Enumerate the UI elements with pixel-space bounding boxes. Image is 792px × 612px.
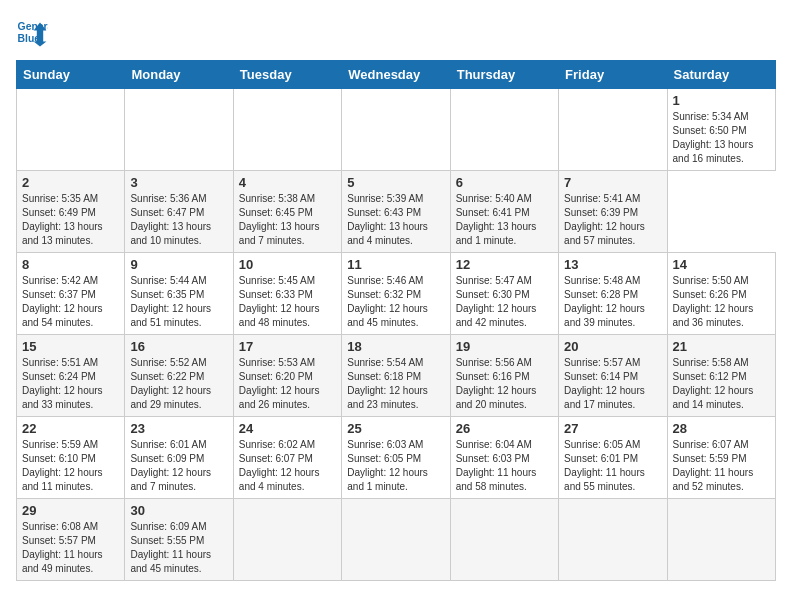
day-info: Sunrise: 5:48 AMSunset: 6:28 PMDaylight:… xyxy=(564,274,661,330)
day-number: 23 xyxy=(130,421,227,436)
calendar-cell xyxy=(233,89,341,171)
calendar-cell xyxy=(559,499,667,581)
day-info: Sunrise: 5:35 AMSunset: 6:49 PMDaylight:… xyxy=(22,192,119,248)
calendar-week: 8Sunrise: 5:42 AMSunset: 6:37 PMDaylight… xyxy=(17,253,776,335)
day-info: Sunrise: 5:47 AMSunset: 6:30 PMDaylight:… xyxy=(456,274,553,330)
day-info: Sunrise: 5:52 AMSunset: 6:22 PMDaylight:… xyxy=(130,356,227,412)
calendar-cell xyxy=(342,89,450,171)
day-number: 24 xyxy=(239,421,336,436)
day-number: 3 xyxy=(130,175,227,190)
day-of-week-header: Monday xyxy=(125,61,233,89)
calendar-cell: 22Sunrise: 5:59 AMSunset: 6:10 PMDayligh… xyxy=(17,417,125,499)
day-info: Sunrise: 5:56 AMSunset: 6:16 PMDaylight:… xyxy=(456,356,553,412)
calendar-cell: 9Sunrise: 5:44 AMSunset: 6:35 PMDaylight… xyxy=(125,253,233,335)
day-number: 16 xyxy=(130,339,227,354)
day-number: 18 xyxy=(347,339,444,354)
day-info: Sunrise: 6:03 AMSunset: 6:05 PMDaylight:… xyxy=(347,438,444,494)
day-number: 5 xyxy=(347,175,444,190)
calendar-cell: 23Sunrise: 6:01 AMSunset: 6:09 PMDayligh… xyxy=(125,417,233,499)
calendar-cell: 30Sunrise: 6:09 AMSunset: 5:55 PMDayligh… xyxy=(125,499,233,581)
day-number: 7 xyxy=(564,175,661,190)
day-of-week-header: Wednesday xyxy=(342,61,450,89)
day-number: 6 xyxy=(456,175,553,190)
calendar-week: 1Sunrise: 5:34 AMSunset: 6:50 PMDaylight… xyxy=(17,89,776,171)
header: General Blue xyxy=(16,16,776,48)
calendar-cell: 7Sunrise: 5:41 AMSunset: 6:39 PMDaylight… xyxy=(559,171,667,253)
day-number: 11 xyxy=(347,257,444,272)
calendar-cell: 8Sunrise: 5:42 AMSunset: 6:37 PMDaylight… xyxy=(17,253,125,335)
calendar-cell xyxy=(450,499,558,581)
day-info: Sunrise: 6:07 AMSunset: 5:59 PMDaylight:… xyxy=(673,438,770,494)
day-info: Sunrise: 5:36 AMSunset: 6:47 PMDaylight:… xyxy=(130,192,227,248)
calendar: SundayMondayTuesdayWednesdayThursdayFrid… xyxy=(16,60,776,581)
day-info: Sunrise: 5:41 AMSunset: 6:39 PMDaylight:… xyxy=(564,192,661,248)
day-number: 26 xyxy=(456,421,553,436)
calendar-cell: 12Sunrise: 5:47 AMSunset: 6:30 PMDayligh… xyxy=(450,253,558,335)
calendar-cell: 16Sunrise: 5:52 AMSunset: 6:22 PMDayligh… xyxy=(125,335,233,417)
calendar-cell xyxy=(125,89,233,171)
day-number: 29 xyxy=(22,503,119,518)
day-info: Sunrise: 6:04 AMSunset: 6:03 PMDaylight:… xyxy=(456,438,553,494)
day-info: Sunrise: 5:42 AMSunset: 6:37 PMDaylight:… xyxy=(22,274,119,330)
day-number: 25 xyxy=(347,421,444,436)
calendar-cell xyxy=(17,89,125,171)
calendar-week: 22Sunrise: 5:59 AMSunset: 6:10 PMDayligh… xyxy=(17,417,776,499)
calendar-cell: 20Sunrise: 5:57 AMSunset: 6:14 PMDayligh… xyxy=(559,335,667,417)
day-info: Sunrise: 5:53 AMSunset: 6:20 PMDaylight:… xyxy=(239,356,336,412)
calendar-cell xyxy=(342,499,450,581)
calendar-cell xyxy=(559,89,667,171)
day-number: 28 xyxy=(673,421,770,436)
day-info: Sunrise: 6:08 AMSunset: 5:57 PMDaylight:… xyxy=(22,520,119,576)
day-number: 8 xyxy=(22,257,119,272)
day-number: 13 xyxy=(564,257,661,272)
day-info: Sunrise: 5:34 AMSunset: 6:50 PMDaylight:… xyxy=(673,110,770,166)
day-info: Sunrise: 6:09 AMSunset: 5:55 PMDaylight:… xyxy=(130,520,227,576)
logo: General Blue xyxy=(16,16,48,48)
day-info: Sunrise: 6:01 AMSunset: 6:09 PMDaylight:… xyxy=(130,438,227,494)
calendar-week: 29Sunrise: 6:08 AMSunset: 5:57 PMDayligh… xyxy=(17,499,776,581)
calendar-cell: 18Sunrise: 5:54 AMSunset: 6:18 PMDayligh… xyxy=(342,335,450,417)
day-info: Sunrise: 5:51 AMSunset: 6:24 PMDaylight:… xyxy=(22,356,119,412)
day-info: Sunrise: 5:57 AMSunset: 6:14 PMDaylight:… xyxy=(564,356,661,412)
day-info: Sunrise: 5:50 AMSunset: 6:26 PMDaylight:… xyxy=(673,274,770,330)
calendar-cell xyxy=(667,499,775,581)
calendar-cell: 11Sunrise: 5:46 AMSunset: 6:32 PMDayligh… xyxy=(342,253,450,335)
day-number: 21 xyxy=(673,339,770,354)
calendar-cell: 26Sunrise: 6:04 AMSunset: 6:03 PMDayligh… xyxy=(450,417,558,499)
calendar-cell: 19Sunrise: 5:56 AMSunset: 6:16 PMDayligh… xyxy=(450,335,558,417)
day-info: Sunrise: 5:58 AMSunset: 6:12 PMDaylight:… xyxy=(673,356,770,412)
calendar-cell: 28Sunrise: 6:07 AMSunset: 5:59 PMDayligh… xyxy=(667,417,775,499)
day-number: 4 xyxy=(239,175,336,190)
calendar-cell: 13Sunrise: 5:48 AMSunset: 6:28 PMDayligh… xyxy=(559,253,667,335)
day-of-week-header: Sunday xyxy=(17,61,125,89)
day-info: Sunrise: 5:40 AMSunset: 6:41 PMDaylight:… xyxy=(456,192,553,248)
calendar-cell: 14Sunrise: 5:50 AMSunset: 6:26 PMDayligh… xyxy=(667,253,775,335)
calendar-cell: 10Sunrise: 5:45 AMSunset: 6:33 PMDayligh… xyxy=(233,253,341,335)
day-of-week-header: Thursday xyxy=(450,61,558,89)
day-number: 9 xyxy=(130,257,227,272)
day-info: Sunrise: 5:59 AMSunset: 6:10 PMDaylight:… xyxy=(22,438,119,494)
day-info: Sunrise: 5:39 AMSunset: 6:43 PMDaylight:… xyxy=(347,192,444,248)
calendar-cell: 5Sunrise: 5:39 AMSunset: 6:43 PMDaylight… xyxy=(342,171,450,253)
calendar-cell xyxy=(233,499,341,581)
day-number: 30 xyxy=(130,503,227,518)
day-number: 14 xyxy=(673,257,770,272)
calendar-cell: 29Sunrise: 6:08 AMSunset: 5:57 PMDayligh… xyxy=(17,499,125,581)
calendar-cell: 17Sunrise: 5:53 AMSunset: 6:20 PMDayligh… xyxy=(233,335,341,417)
day-number: 27 xyxy=(564,421,661,436)
day-info: Sunrise: 5:45 AMSunset: 6:33 PMDaylight:… xyxy=(239,274,336,330)
calendar-cell: 25Sunrise: 6:03 AMSunset: 6:05 PMDayligh… xyxy=(342,417,450,499)
calendar-cell: 6Sunrise: 5:40 AMSunset: 6:41 PMDaylight… xyxy=(450,171,558,253)
day-number: 15 xyxy=(22,339,119,354)
day-number: 19 xyxy=(456,339,553,354)
calendar-cell: 2Sunrise: 5:35 AMSunset: 6:49 PMDaylight… xyxy=(17,171,125,253)
day-info: Sunrise: 6:02 AMSunset: 6:07 PMDaylight:… xyxy=(239,438,336,494)
day-number: 10 xyxy=(239,257,336,272)
day-number: 22 xyxy=(22,421,119,436)
calendar-cell: 3Sunrise: 5:36 AMSunset: 6:47 PMDaylight… xyxy=(125,171,233,253)
day-info: Sunrise: 5:44 AMSunset: 6:35 PMDaylight:… xyxy=(130,274,227,330)
calendar-cell: 15Sunrise: 5:51 AMSunset: 6:24 PMDayligh… xyxy=(17,335,125,417)
day-of-week-header: Friday xyxy=(559,61,667,89)
day-number: 20 xyxy=(564,339,661,354)
calendar-cell: 21Sunrise: 5:58 AMSunset: 6:12 PMDayligh… xyxy=(667,335,775,417)
